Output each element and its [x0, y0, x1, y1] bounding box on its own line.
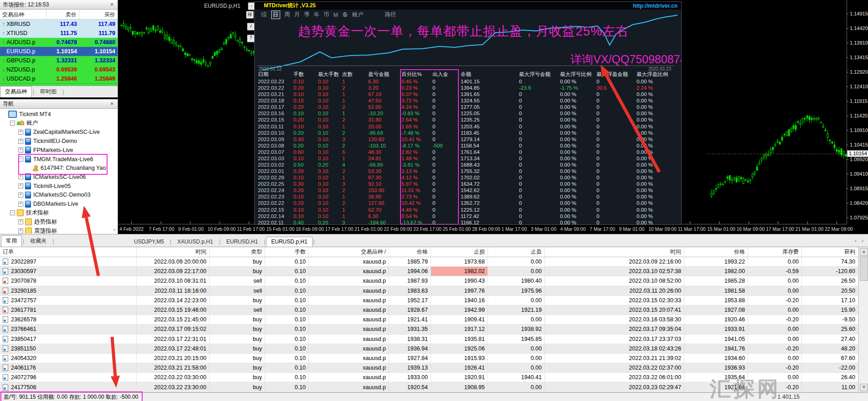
expand-icon[interactable]: + [18, 147, 23, 152]
scroll-down-icon[interactable]: ▼ [860, 384, 868, 391]
tree-item-Tickmill-Live05[interactable]: +Tickmill-Live05 [18, 182, 71, 191]
chart-tab-EURUSD,H1[interactable]: EURUSD,H1 [221, 237, 263, 247]
expand-icon[interactable]: + [18, 174, 23, 179]
orders-column-header[interactable]: 类型 [210, 247, 265, 257]
chart-tab-USDJPY,M5[interactable]: USDJPY,M5 [129, 237, 169, 247]
orders-column-header[interactable]: 价格 [389, 247, 431, 257]
expand-icon[interactable]: + [18, 130, 23, 135]
tree-item-ICMarketsSC-Demo03[interactable]: +ICMarketsSC-Demo03 [18, 190, 91, 199]
market-watch-row[interactable]: ↑AUDUSD.p0.746780.74680 [0, 38, 118, 47]
order-row[interactable]: 238504172022.03.17 22:31:01buy0.10xauusd… [0, 335, 868, 344]
stats-row: 2022.03.220.200.1023.200.23 %01394.85-23… [255, 85, 681, 91]
market-watch-row[interactable]: ↑XTIUSD111.75111.79 [0, 29, 118, 38]
expand-icon[interactable]: + [18, 202, 23, 207]
stats-cell: 0 [519, 149, 560, 155]
market-watch-row[interactable]: ↓EURUSD.p1.101541.10154 [0, 47, 118, 56]
close-icon[interactable]: × [109, 1, 115, 8]
tree-item-震荡指标[interactable]: +震荡指标 [18, 226, 57, 233]
scroll-up-icon[interactable]: ▲ [860, 248, 868, 256]
stats-cell: 0.00 % [637, 130, 681, 136]
order-row[interactable]: 240727962022.03.22 03:30:00buy0.10xauusd… [0, 373, 868, 382]
expand-icon[interactable]: + [18, 139, 23, 144]
orders-column-header[interactable]: 订单 [0, 247, 137, 257]
market-watch-row[interactable]: ↑GBPUSD.p1.323311.32334 [0, 56, 118, 65]
expand-icon[interactable]: + [18, 193, 23, 198]
expand-icon[interactable]: + [18, 219, 23, 224]
stats-cell: 0.10 [318, 110, 342, 117]
stats-row: 2022.03.090.300.103120.6010.41 %01279.14… [255, 136, 681, 142]
orders-column-header[interactable]: 止损 [431, 247, 488, 257]
tree-item-技术指标[interactable]: -技术指标 [10, 208, 49, 218]
orders-column-header[interactable]: 价格 [684, 247, 748, 257]
column-header[interactable]: 卖价 [46, 10, 79, 19]
tree-item-TMGM.TradeMax-Live6[interactable]: -TMGM.TradeMax-Live6 [18, 155, 93, 164]
price-tick-label: 1.13415 [850, 55, 868, 60]
tab-交易品种[interactable]: 交易品种 [0, 86, 32, 97]
order-row[interactable]: 237664612022.03.17 09:15:02buy0.10xauusd… [0, 325, 868, 334]
orders-column-header[interactable]: 手数 [265, 247, 309, 257]
column-header[interactable]: 买价 [79, 10, 118, 19]
order-row[interactable]: 240611762022.03.21 21:58:00buy0.10xauusd… [0, 363, 868, 373]
orders-column-header[interactable]: 获利 [802, 247, 858, 257]
chart-tab-XAUUSD.p,H1[interactable]: XAUUSD.p,H1 [172, 237, 218, 247]
time-tick-label: 22 Mar 09:00 [825, 226, 853, 232]
market-watch-row[interactable]: ↓USDCAD.p1.258461.25849 [0, 74, 118, 83]
order-row[interactable]: 238511502022.03.17 22:48:01buy0.10xauusd… [0, 344, 868, 354]
orders-column-header[interactable]: 时间 [545, 247, 684, 257]
order-row[interactable]: 236177812022.03.15 19:46:00sell0.10xauus… [0, 305, 868, 315]
stats-cell: 0.00 % [560, 149, 596, 155]
collapse-icon[interactable]: - [10, 210, 15, 215]
tree-item-FPMarkets-Live[interactable]: +FPMarkets-Live [18, 146, 73, 155]
close-icon[interactable]: × [109, 101, 115, 107]
collapse-icon[interactable]: - [18, 157, 23, 162]
market-watch-row[interactable]: ↑XBRUSD117.43117.49 [0, 20, 118, 29]
tree-item-Tickmill MT4[interactable]: Tickmill MT4 [2, 110, 51, 119]
tab-收藏夹[interactable]: 收藏夹 [25, 235, 51, 247]
order-row[interactable]: 234727572022.03.14 22:23:00buy0.10xauusd… [0, 296, 868, 305]
close-time: 2022.03.09 22:16:00 [545, 257, 684, 266]
tree-item-DBGMarkets-Live[interactable]: +DBGMarkets-Live [18, 199, 78, 208]
tab-scroll-arrows[interactable]: ‹ › [855, 238, 865, 244]
stats-cell: 0.10 [318, 155, 342, 162]
orders-scrollbar[interactable]: ▲ ▼ [858, 247, 868, 392]
order-row[interactable]: 241775062022.03.22 23:30:00buy0.10xauusd… [0, 382, 868, 392]
order-row[interactable]: 230305972022.03.09 22:17:00buy0.10xauusd… [0, 267, 868, 276]
time-tick [220, 221, 220, 224]
tab-即时图[interactable]: 即时图 [35, 86, 62, 97]
check-button[interactable]: √ [247, 23, 255, 30]
expand-icon[interactable]: + [18, 183, 23, 188]
collapse-icon[interactable]: - [10, 121, 15, 126]
tree-item-TickmillEU-Demo[interactable]: +TickmillEU-Demo [18, 137, 77, 146]
tab-常用[interactable]: 常用 [1, 235, 22, 247]
close-price: 1981.58 [684, 286, 748, 295]
scroll-down-icon[interactable]: ˅ [113, 228, 116, 233]
order-row[interactable]: 236265782022.03.15 21:45:00buy0.10xauusd… [0, 315, 868, 325]
order-row[interactable]: 232901852022.03.11 18:16:00sell0.10xauus… [0, 286, 868, 296]
orders-column-header[interactable]: 时间 [137, 247, 210, 257]
order-row[interactable]: 230708782022.03.10 08:31:01sell0.10xauus… [0, 276, 868, 286]
chart-tab-EURUSD.p,H1[interactable]: EURUSD.p,H1 [266, 237, 312, 247]
column-header[interactable]: 交易品种 [0, 10, 46, 19]
orders-column-header[interactable]: 库存费 [748, 247, 802, 257]
stats-cell: 30.6 [596, 85, 637, 91]
orders-column-header[interactable]: 止盈 [488, 247, 545, 257]
order-doc-icon [3, 278, 8, 284]
market-watch-row[interactable]: ↓NZDUSD.p0.695390.69543 [0, 65, 118, 74]
move-button[interactable]: 移 [246, 11, 254, 19]
orders-column-header[interactable]: 交易品种 / [309, 247, 389, 257]
scrollbar-thumb[interactable] [860, 256, 868, 281]
stats-cell: 0.00 % [560, 97, 596, 104]
take-profit: 1940.41 [488, 373, 545, 382]
order-row[interactable]: 230228972022.03.09 20:00:00buy0.10xauusd… [0, 257, 868, 267]
help-button[interactable]: ? [247, 35, 255, 42]
time-tick-label: 16 Feb 09:00 [296, 226, 324, 232]
tree-item-ICMarketsSC-Live06[interactable]: +ICMarketsSC-Live06 [18, 173, 86, 182]
tree-item-账户[interactable]: -账户 [10, 119, 38, 128]
tree-item-label: ICMarketsSC-Demo03 [33, 192, 91, 198]
tree-item-6147947: Chuanliang Yao[interactable]: 6147947: Chuanliang Yao [26, 163, 106, 173]
order-row[interactable]: 240543202022.03.21 20:15:00buy0.10xauusd… [0, 354, 868, 363]
stats-row: 2022.02.240.200.102153.0011.01 %01542.62… [255, 187, 681, 193]
expand-icon[interactable]: + [18, 228, 23, 233]
tree-item-ZealCapitalMarketSC-Live[interactable]: +ZealCapitalMarketSC-Live [18, 127, 100, 137]
tree-item-趋势指标[interactable]: +趋势指标 [18, 217, 57, 226]
